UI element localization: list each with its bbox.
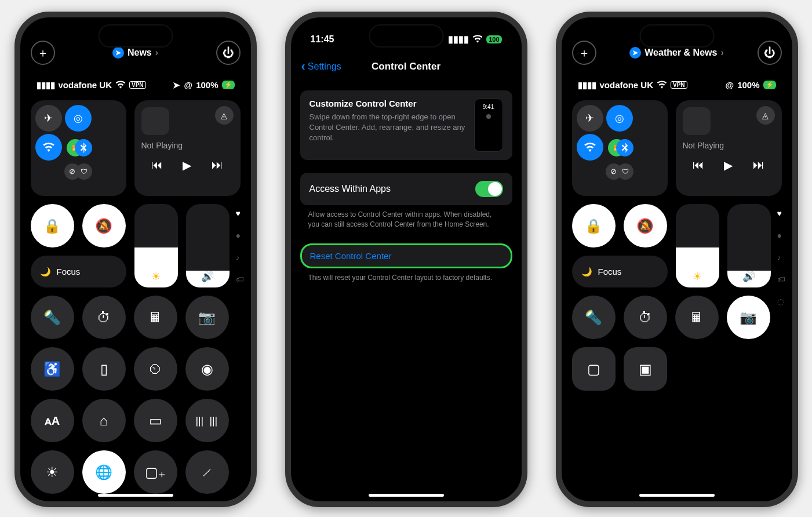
media-tile[interactable]: ◬ Not Playing ⏮ ▶ ⏭	[134, 100, 241, 196]
silent-mode-icon[interactable]: 🔕	[82, 204, 126, 247]
forward-icon[interactable]: ⏭	[212, 158, 223, 172]
chevron-right-icon: ›	[155, 48, 158, 58]
page-indicator[interactable]: ♥ ● ♪ 🏷 ◌	[777, 209, 785, 306]
vpn-toggle-icon[interactable]: 🛡	[617, 163, 633, 180]
bluetooth-icon[interactable]	[75, 139, 92, 156]
connectivity-tile[interactable]: ✈ ◎ 📶 ⊘ 🛡	[31, 100, 126, 196]
remote-icon[interactable]: ▯	[82, 347, 126, 391]
play-icon[interactable]: ▶	[724, 158, 733, 172]
heart-icon: ♥	[236, 209, 244, 218]
airplane-mode-icon[interactable]: ✈	[35, 105, 62, 132]
brightness-slider[interactable]: ☀	[676, 204, 719, 287]
status-bar: ▮▮▮▮ vodafone UK VPN ➤ @ 100% ⚡	[20, 80, 251, 90]
preview-time: 9:41	[483, 104, 494, 110]
reset-footer: This will reset your Control Center layo…	[308, 273, 504, 283]
back-label: Settings	[308, 61, 341, 72]
focus-label: Focus	[598, 267, 622, 276]
home-icon[interactable]: ⌂	[82, 399, 126, 442]
dot-icon: ●	[236, 231, 244, 240]
volume-slider[interactable]: 🔊	[727, 204, 771, 287]
brightness-icon[interactable]: ☀	[31, 450, 74, 494]
rewind-icon[interactable]: ⏮	[151, 158, 163, 172]
cc-tab-label[interactable]: ➤ News ›	[112, 47, 158, 59]
record-icon[interactable]: ◉	[185, 347, 229, 391]
reset-control-center-button[interactable]: Reset Control Center	[300, 243, 512, 268]
rotation-lock-icon[interactable]: 🔒	[572, 204, 616, 247]
power-button[interactable]: ⏻	[758, 41, 782, 65]
silent-mode-icon[interactable]: 🔕	[624, 204, 667, 247]
speaker-icon: 🔊	[201, 270, 214, 283]
airplane-mode-icon[interactable]: ✈	[577, 105, 603, 132]
airplay-icon[interactable]: ◬	[756, 106, 775, 125]
rotation-lock-icon[interactable]: 🔒	[31, 204, 74, 247]
camera-icon[interactable]: 📷	[727, 296, 770, 339]
power-button[interactable]: ⏻	[216, 41, 241, 65]
calculator-icon[interactable]: 🖩	[134, 296, 177, 339]
sound-recognition-icon[interactable]: ⫼⫼	[185, 399, 229, 442]
rewind-icon[interactable]: ⏮	[693, 158, 704, 172]
back-button[interactable]: ‹ Settings	[301, 59, 341, 74]
customize-card[interactable]: Customize Control Center Swipe down from…	[300, 90, 512, 160]
vpn-toggle-icon[interactable]: 🛡	[76, 163, 92, 180]
preview-thumbnail: 9:41	[474, 99, 503, 152]
wallet-icon[interactable]: ▢₊	[134, 450, 177, 494]
media-tile[interactable]: ◬ Not Playing ⏮ ▶ ⏭	[676, 100, 782, 196]
screen-mirroring-icon[interactable]: ▢	[572, 347, 616, 391]
wifi-icon	[657, 81, 667, 90]
page-indicator[interactable]: ♥ ● ♪ 🏷	[236, 209, 244, 284]
cell-off-icon[interactable]: ⟋	[185, 450, 229, 494]
wifi-toggle-icon[interactable]	[35, 134, 62, 161]
wifi-toggle-icon[interactable]	[577, 134, 603, 161]
focus-tile[interactable]: 🌙 Focus	[31, 256, 126, 287]
forward-icon[interactable]: ⏭	[753, 158, 764, 172]
signal-icon: ▮▮▮▮	[37, 81, 55, 89]
tab-text: Weather & News	[644, 48, 717, 58]
home-indicator[interactable]	[369, 494, 444, 497]
tag-icon: 🏷	[236, 275, 244, 284]
signal-icon: ▮▮▮▮	[448, 35, 469, 44]
bluetooth-icon[interactable]	[616, 139, 633, 156]
qr-scanner-icon[interactable]: ▣	[624, 347, 667, 391]
home-indicator[interactable]	[639, 494, 715, 497]
cc-tab-label[interactable]: ➤ Weather & News ›	[629, 47, 723, 59]
phone-settings: 11:45 ▮▮▮▮ 100 ‹ Settings Control Center…	[285, 12, 527, 507]
accessibility-icon[interactable]: ♿	[31, 347, 74, 391]
volume-slider[interactable]: 🔊	[186, 204, 230, 287]
carrier-text: vodafone UK	[59, 80, 112, 90]
wifi-icon	[472, 35, 483, 45]
play-icon[interactable]: ▶	[183, 158, 191, 172]
nav-arrow-icon: ➤	[112, 47, 124, 59]
text-size-icon[interactable]: ᴀA	[31, 399, 74, 442]
focus-tile[interactable]: 🌙 Focus	[572, 256, 668, 287]
battery-pill: ⚡	[763, 81, 776, 89]
card-heading: Customize Control Center	[309, 99, 467, 108]
flashlight-icon[interactable]: 🔦	[31, 296, 74, 339]
airdrop-icon[interactable]: ◎	[65, 105, 92, 132]
network-icon[interactable]: 🌐	[82, 450, 126, 494]
dynamic-island	[369, 24, 443, 48]
status-bar: ▮▮▮▮ vodafone UK VPN @ 100% ⚡	[562, 80, 792, 90]
sun-icon: ☀	[151, 270, 161, 283]
timer-icon[interactable]: ⏱	[624, 296, 667, 339]
airdrop-icon[interactable]: ◎	[606, 105, 633, 132]
location-icon: ➤	[173, 81, 180, 89]
camera-icon[interactable]: 📷	[185, 296, 229, 339]
add-controls-button[interactable]: ＋	[572, 41, 596, 65]
stopwatch-icon[interactable]: ⏲	[134, 347, 177, 391]
low-power-icon[interactable]: ▭	[134, 399, 177, 442]
add-controls-button[interactable]: ＋	[31, 41, 55, 65]
carrier-text: vodafone UK	[600, 80, 654, 90]
home-indicator[interactable]	[98, 494, 173, 497]
tab-text: News	[128, 48, 152, 58]
airplay-icon[interactable]: ◬	[215, 106, 234, 125]
nav-arrow-icon: ➤	[629, 47, 641, 59]
calculator-icon[interactable]: 🖩	[675, 296, 719, 339]
access-toggle[interactable]	[475, 181, 503, 197]
timer-icon[interactable]: ⏱	[82, 296, 126, 339]
album-art	[683, 107, 711, 135]
flashlight-icon[interactable]: 🔦	[572, 296, 616, 339]
connectivity-tile[interactable]: ✈ ◎ 📶 ⊘ 🛡	[572, 100, 668, 196]
moon-icon: 🌙	[40, 267, 51, 277]
brightness-slider[interactable]: ☀	[134, 204, 178, 287]
access-within-apps-row[interactable]: Access Within Apps	[300, 173, 512, 205]
